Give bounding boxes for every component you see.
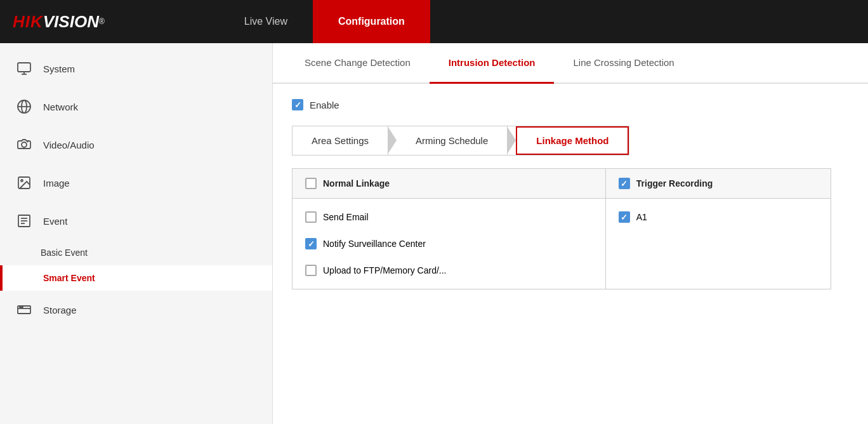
enable-label: Enable [310,100,339,110]
step-linkage-method-label: Linkage Method [536,135,608,146]
sidebar-item-video-audio[interactable]: Video/Audio [0,126,272,164]
sidebar-basic-event-label: Basic Event [41,248,88,258]
table-row-1: Send Email Notify Surveillance Center Up… [293,199,831,289]
trigger-recording-header-checkbox[interactable] [619,178,630,189]
step-navigation: Area Settings Arming Schedule Linkage Me… [292,126,629,156]
sidebar-event-label: Event [43,216,67,227]
tab-scene-change[interactable]: Scene Change Detection [286,43,430,84]
svg-point-8 [21,180,23,182]
monitor-icon [15,60,33,77]
logo-vision: VISION [43,12,99,32]
step-arrow-2 [507,126,516,154]
sidebar-video-audio-label: Video/Audio [43,140,95,150]
upload-ftp-label: Upload to FTP/Memory Card/... [323,265,447,275]
send-email-row: Send Email [305,204,593,230]
notify-center-label: Notify Surveillance Center [323,239,426,249]
nav-configuration[interactable]: Configuration [313,0,430,43]
col1-cell-1: Send Email Notify Surveillance Center Up… [293,199,606,289]
logo-hik: HIK [13,12,43,32]
content-area: Scene Change Detection Intrusion Detecti… [273,43,868,424]
col2-header: Trigger Recording [605,169,831,199]
upload-ftp-checkbox[interactable] [305,265,317,276]
sidebar-item-smart-event[interactable]: Smart Event [0,265,272,291]
logo-reg: ® [99,17,105,26]
svg-rect-0 [18,63,30,72]
image-icon [15,174,33,192]
enable-row: Enable [292,99,849,110]
storage-icon [15,301,33,319]
enable-checkbox[interactable] [292,99,303,110]
nav-live-view[interactable]: Live View [219,0,313,43]
a1-checkbox[interactable] [619,211,630,223]
sidebar-network-label: Network [43,102,78,112]
tab-intrusion[interactable]: Intrusion Detection [430,43,555,84]
sidebar-item-image[interactable]: Image [0,164,272,202]
send-email-label: Send Email [323,212,369,222]
upload-ftp-row: Upload to FTP/Memory Card/... [305,257,593,284]
step-arming-schedule[interactable]: Arming Schedule [397,126,508,155]
col2-header-label: Trigger Recording [636,178,713,189]
svg-point-16 [22,307,23,308]
a1-label: A1 [636,212,647,222]
sidebar: System Network Video/Audio [0,43,273,424]
svg-point-15 [20,307,21,308]
main-layout: System Network Video/Audio [0,43,868,424]
tab-line-crossing[interactable]: Line Crossing Detection [554,43,693,84]
globe-icon [15,98,33,116]
sidebar-system-label: System [43,63,75,74]
sidebar-item-storage[interactable]: Storage [0,291,272,329]
send-email-checkbox[interactable] [305,211,317,223]
content-body: Enable Area Settings Arming Schedule Lin… [273,84,868,305]
step-arrow-1 [388,126,397,154]
col1-header-label: Normal Linkage [323,178,390,189]
step-linkage-method[interactable]: Linkage Method [516,126,629,155]
sidebar-image-label: Image [43,178,70,189]
nav-links: Live View Configuration [219,0,430,43]
top-navigation: HIKVISION® Live View Configuration [0,0,868,43]
a1-row: A1 [619,204,818,230]
linkage-table: Normal Linkage Trigger Recording [292,168,831,289]
col1-header: Normal Linkage [293,169,606,199]
step-arming-schedule-label: Arming Schedule [416,135,488,146]
sidebar-item-event[interactable]: Event [0,202,272,240]
normal-linkage-header-checkbox[interactable] [305,178,317,189]
list-icon [15,212,33,230]
step-area-settings[interactable]: Area Settings [293,126,388,155]
sidebar-storage-label: Storage [43,305,77,315]
notify-center-row: Notify Surveillance Center [305,230,593,257]
svg-point-6 [22,142,27,147]
notify-center-checkbox[interactable] [305,238,317,249]
sidebar-smart-event-label: Smart Event [43,273,95,283]
step-area-settings-label: Area Settings [312,135,369,146]
logo: HIKVISION® [13,12,105,32]
sidebar-item-system[interactable]: System [0,50,272,88]
col2-cell-1: A1 [605,199,831,289]
tab-bar: Scene Change Detection Intrusion Detecti… [273,43,868,84]
sidebar-item-basic-event[interactable]: Basic Event [0,240,272,265]
camera-icon [15,136,33,154]
sidebar-item-network[interactable]: Network [0,88,272,126]
